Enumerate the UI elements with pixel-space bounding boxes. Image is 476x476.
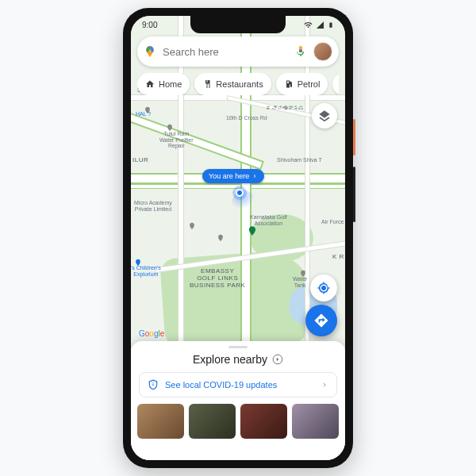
area-label: EMBASSY GOLF LINKS BUSINESS PARK bbox=[190, 268, 245, 289]
home-icon bbox=[145, 79, 155, 89]
current-location-dot[interactable] bbox=[236, 189, 244, 197]
poi-label: Micro Academy Private Limited bbox=[134, 200, 172, 212]
place-label: ಕನ್ನಡೋತ್ತಮ bbox=[266, 106, 304, 112]
svg-point-2 bbox=[152, 384, 154, 386]
phone-frame: 9:00 3 Main Rd 16th D Cross Rd ಕನ್ನಡೋತ್ತ bbox=[123, 8, 353, 468]
poi-marker[interactable] bbox=[166, 124, 174, 132]
poi-label: 's Children's Explorium bbox=[131, 265, 161, 277]
directions-icon bbox=[313, 313, 329, 328]
profile-avatar[interactable] bbox=[313, 42, 332, 61]
my-location-button[interactable] bbox=[310, 274, 337, 301]
google-logo: Google bbox=[139, 329, 164, 338]
status-icons bbox=[304, 21, 334, 29]
suggestion-tile[interactable] bbox=[292, 404, 339, 439]
top-ui: Search here Home Restaurants Petrol bbox=[137, 36, 339, 95]
chevron-right-icon bbox=[272, 354, 283, 365]
microphone-icon[interactable] bbox=[294, 45, 307, 58]
crosshair-icon bbox=[317, 281, 331, 295]
signal-icon bbox=[316, 21, 324, 29]
chip-restaurants[interactable]: Restaurants bbox=[194, 73, 271, 95]
you-are-here-chip[interactable]: You are here bbox=[202, 169, 264, 183]
battery-icon bbox=[328, 21, 334, 29]
explore-nearby-row[interactable]: Explore nearby bbox=[131, 351, 345, 372]
chip-home[interactable]: Home bbox=[137, 73, 190, 95]
poi-marker[interactable] bbox=[134, 259, 142, 267]
drag-handle[interactable] bbox=[228, 346, 248, 348]
wifi-icon bbox=[304, 21, 313, 29]
layers-icon bbox=[318, 109, 331, 122]
poi-label: Air Force bbox=[321, 219, 344, 225]
suggestion-tile[interactable] bbox=[137, 404, 184, 439]
gas-pump-icon bbox=[284, 79, 294, 89]
chevron-right-icon bbox=[251, 173, 258, 179]
poi-marker-golf[interactable] bbox=[247, 225, 258, 236]
chip-groceries[interactable]: Gr bbox=[332, 73, 339, 95]
road-label: 16th D Cross Rd bbox=[226, 115, 267, 121]
you-are-here-label: You are here bbox=[209, 172, 249, 180]
chip-label: Restaurants bbox=[216, 79, 263, 89]
search-bar[interactable]: Search here bbox=[137, 36, 339, 67]
svg-rect-3 bbox=[152, 382, 153, 383]
fork-knife-icon bbox=[202, 79, 212, 89]
search-placeholder: Search here bbox=[163, 46, 288, 58]
poi-label: Tutul Ram Water Purifier Repair bbox=[159, 131, 194, 149]
layers-button[interactable] bbox=[312, 103, 337, 129]
bottom-sheet[interactable]: Explore nearby See local COVID-19 update… bbox=[131, 341, 345, 460]
poi-label: Water Tank bbox=[293, 276, 307, 288]
info-shield-icon bbox=[148, 379, 159, 390]
poi-marker[interactable] bbox=[188, 222, 196, 230]
chip-label: Home bbox=[159, 79, 182, 89]
covid-updates-card[interactable]: See local COVID-19 updates bbox=[139, 372, 337, 397]
volume-button bbox=[353, 167, 355, 222]
area-label: ILUR bbox=[132, 157, 148, 164]
directions-button[interactable] bbox=[305, 305, 337, 336]
chip-petrol[interactable]: Petrol bbox=[276, 73, 328, 95]
suggestion-tile[interactable] bbox=[240, 404, 287, 439]
chip-label: Petrol bbox=[298, 79, 321, 89]
location-beam bbox=[228, 186, 258, 216]
area-label: K R bbox=[332, 254, 344, 261]
suggestion-row bbox=[137, 404, 339, 439]
poi-marker[interactable] bbox=[144, 106, 152, 114]
category-chips: Home Restaurants Petrol Gr bbox=[137, 73, 339, 95]
poi-label: Shivoham Shiva T bbox=[277, 157, 322, 163]
covid-label: See local COVID-19 updates bbox=[165, 380, 277, 390]
chevron-right-icon bbox=[321, 381, 328, 389]
poi-marker[interactable] bbox=[299, 270, 307, 278]
power-button bbox=[353, 119, 355, 155]
maps-pin-icon bbox=[144, 45, 156, 58]
notch bbox=[190, 16, 286, 33]
suggestion-tile[interactable] bbox=[189, 404, 236, 439]
poi-marker[interactable] bbox=[217, 234, 225, 242]
screen: 9:00 3 Main Rd 16th D Cross Rd ಕನ್ನಡೋತ್ತ bbox=[131, 16, 345, 460]
status-time: 9:00 bbox=[142, 21, 157, 29]
explore-label: Explore nearby bbox=[193, 353, 267, 366]
